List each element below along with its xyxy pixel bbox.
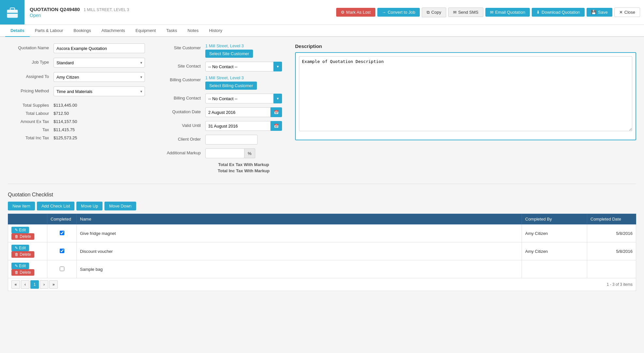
billing-contact-dropdown: -- No Contact -- ▾	[205, 94, 282, 103]
prev-page-button[interactable]: ‹	[21, 280, 29, 289]
close-button[interactable]: ✕ Close	[614, 8, 640, 17]
completed-date-cell: 5/8/2016	[587, 224, 636, 242]
header: QUOTATION Q249480 1 MILL STREET, LEVEL 3…	[0, 0, 644, 25]
description-textarea[interactable]: Example of Quotation Description	[299, 56, 632, 131]
edit-button[interactable]: ✎ Edit	[11, 263, 29, 269]
site-contact-dropdown-btn[interactable]: ▾	[274, 62, 282, 71]
edit-button[interactable]: ✎ Edit	[11, 245, 29, 251]
client-order-input[interactable]	[205, 135, 258, 145]
completed-cell	[47, 260, 77, 278]
tab-tasks[interactable]: Tasks	[161, 25, 182, 37]
table-row: ✎ Edit 🗑 Delete Give fridge magnet Amy C…	[8, 224, 636, 242]
mark-as-lost-button[interactable]: ⚙ Mark As Lost	[336, 8, 375, 17]
delete-button[interactable]: 🗑 Delete	[11, 233, 34, 240]
quotation-date-control: 📅	[205, 107, 282, 117]
pricing-method-select[interactable]: Time and Materials	[54, 86, 145, 96]
billing-contact-label: Billing Contact	[158, 94, 205, 100]
close-icon: ✕	[619, 10, 623, 15]
total-labour-value: $712.50	[54, 111, 69, 116]
convert-to-job-button[interactable]: → Convert to Job	[377, 8, 420, 17]
tab-history[interactable]: History	[204, 25, 227, 37]
valid-until-picker-btn[interactable]: 📅	[271, 121, 282, 131]
name-cell: Discount voucher	[77, 242, 522, 260]
tab-notes[interactable]: Notes	[182, 25, 204, 37]
job-type-select[interactable]: Standard	[54, 58, 145, 68]
valid-until-field: 📅	[205, 121, 282, 131]
billing-customer-link[interactable]: 1 Mill Street, Level 3	[205, 75, 282, 80]
markup-percent-suffix: %	[244, 148, 255, 158]
email-quotation-button[interactable]: ✉ Email Quotation	[485, 8, 530, 17]
site-contact-control: -- No Contact -- ▾	[205, 62, 282, 71]
quotation-name-label: Quotation Name	[8, 43, 54, 50]
total-supplies-label: Total Supplies	[8, 103, 54, 108]
send-sms-button[interactable]: ✉ Send SMS	[448, 8, 483, 17]
edit-button[interactable]: ✎ Edit	[11, 227, 29, 233]
description-box: Example of Quotation Description	[295, 52, 636, 140]
total-inc-tax-row: Total Inc Tax $125,573.25	[8, 135, 145, 140]
add-check-list-button[interactable]: Add Check List	[37, 202, 74, 210]
quotation-name-input[interactable]	[54, 43, 145, 53]
last-page-button[interactable]: »	[49, 280, 58, 289]
total-ex-tax-markup-value: Total Ex Tax With Markup	[205, 162, 282, 167]
next-page-button[interactable]: ›	[40, 280, 48, 289]
completed-checkbox[interactable]	[60, 249, 64, 253]
billing-contact-dropdown-btn[interactable]: ▾	[274, 94, 282, 103]
save-button[interactable]: 💾 Save	[587, 8, 612, 17]
form-left: Quotation Name Job Type Standard Assigne…	[8, 43, 145, 177]
tab-details[interactable]: Details	[5, 25, 30, 37]
select-billing-customer-button[interactable]: Select Billing Customer	[205, 82, 257, 90]
select-site-customer-button[interactable]: Select Site Customer	[205, 50, 253, 58]
total-inc-tax-value: $125,573.25	[54, 135, 77, 140]
total-supplies-row: Total Supplies $113,445.00	[8, 103, 145, 108]
email-icon: ✉	[490, 10, 494, 15]
client-order-label: Client Order	[158, 135, 205, 142]
completed-checkbox[interactable]	[60, 231, 64, 235]
valid-until-input[interactable]	[205, 121, 271, 131]
save-icon: 💾	[591, 10, 596, 15]
move-up-button[interactable]: Move Up	[76, 202, 102, 210]
total-ex-tax-markup-text: Total Ex Tax With Markup	[205, 162, 282, 167]
tab-equipment[interactable]: Equipment	[130, 25, 161, 37]
billing-customer-control: 1 Mill Street, Level 3 Select Billing Cu…	[205, 75, 282, 90]
additional-markup-row: Additional Markup %	[158, 148, 282, 158]
page-1-button[interactable]: 1	[30, 280, 39, 289]
delete-button[interactable]: 🗑 Delete	[11, 251, 34, 258]
gear-icon: ⚙	[341, 10, 345, 15]
tab-parts-labour[interactable]: Parts & Labour	[30, 25, 69, 37]
first-page-button[interactable]: «	[11, 280, 20, 289]
billing-contact-row: Billing Contact -- No Contact -- ▾	[158, 94, 282, 103]
copy-button[interactable]: ⧉ Copy	[422, 8, 446, 17]
move-down-button[interactable]: Move Down	[104, 202, 136, 210]
site-contact-select[interactable]: -- No Contact --	[205, 62, 274, 71]
tab-bookings[interactable]: Bookings	[68, 25, 96, 37]
completed-checkbox[interactable]	[60, 267, 64, 271]
table-header-row: Completed Name Completed By Completed Da…	[8, 214, 636, 224]
tax-row: Tax $11,415.75	[8, 127, 145, 132]
additional-markup-input[interactable]	[205, 148, 244, 158]
new-item-button[interactable]: New Item	[8, 202, 35, 210]
billing-contact-select[interactable]: -- No Contact --	[205, 94, 274, 103]
pricing-method-row: Pricing Method Time and Materials	[8, 86, 145, 96]
quotation-date-input[interactable]	[205, 107, 271, 117]
quotation-date-picker-btn[interactable]: 📅	[271, 107, 282, 117]
assigned-to-label: Assigned To	[8, 72, 54, 79]
site-customer-link[interactable]: 1 Mill Street, Level 3	[205, 43, 282, 48]
tax-value: $11,415.75	[54, 127, 75, 132]
markup-field: %	[205, 148, 282, 158]
quotation-status: Open	[30, 13, 327, 18]
total-inc-tax-markup-label	[158, 168, 205, 170]
tab-attachments[interactable]: Attachments	[96, 25, 130, 37]
download-quotation-button[interactable]: ⬇ Download Quotation	[532, 8, 585, 17]
assigned-to-select[interactable]: Amy Citizen	[54, 72, 145, 82]
total-inc-tax-markup-row: Total Inc Tax With Markup	[158, 168, 282, 173]
site-contact-dropdown: -- No Contact -- ▾	[205, 62, 282, 71]
job-type-label: Job Type	[8, 58, 54, 65]
client-order-control	[205, 135, 282, 145]
arrow-icon: →	[382, 10, 386, 15]
completed-by-cell: Amy Citizen	[522, 224, 587, 242]
col-name: Name	[77, 214, 522, 224]
site-customer-row: Site Customer 1 Mill Street, Level 3 Sel…	[158, 43, 282, 58]
table-body: ✎ Edit 🗑 Delete Give fridge magnet Amy C…	[8, 224, 636, 278]
total-labour-label: Total Labour	[8, 111, 54, 116]
delete-button[interactable]: 🗑 Delete	[11, 269, 34, 276]
